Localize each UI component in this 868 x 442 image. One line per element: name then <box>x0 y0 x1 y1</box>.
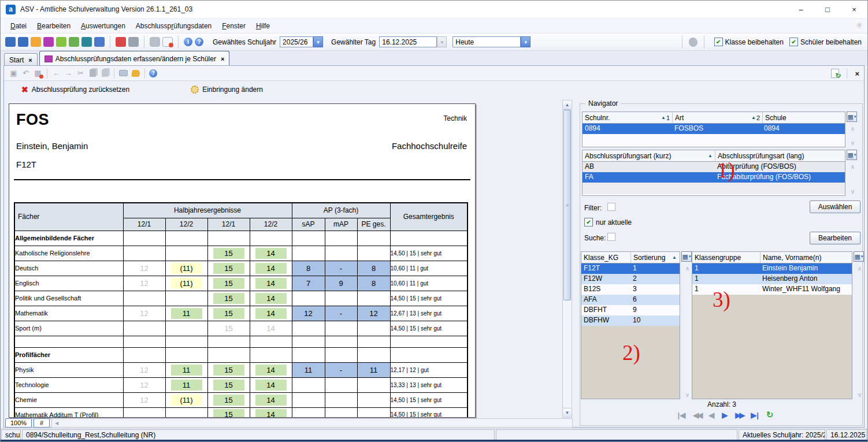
grade-cell[interactable]: 12 <box>123 362 165 377</box>
list-icon[interactable] <box>69 37 79 47</box>
reset-exam-button[interactable]: ✖ Abschlussprüfung zurücksetzen <box>17 83 134 96</box>
table-row[interactable]: B12S3 <box>581 284 680 295</box>
grade-cell[interactable]: 12 <box>357 306 390 321</box>
notify-icon[interactable] <box>131 68 140 78</box>
grade-cell[interactable]: 15 <box>207 246 250 261</box>
day-preset-select[interactable]: Heute <box>452 36 521 47</box>
scroll-down-icon[interactable]: ∨ <box>851 188 855 195</box>
close-button[interactable]: × <box>841 1 867 18</box>
grade-cell[interactable]: 11 <box>165 377 207 392</box>
help-icon[interactable]: ? <box>149 69 157 77</box>
refresh-icon[interactable]: ↻ <box>766 410 774 420</box>
table-row[interactable]: F12T1 <box>581 263 680 274</box>
grade-cell[interactable]: 14 <box>250 407 292 418</box>
table-row[interactable]: FAFachabiturprüfung (FOS/BOS) <box>583 172 845 183</box>
grade-cell[interactable]: 7 <box>292 276 325 291</box>
table-row[interactable]: ABAbiturprüfung (FOS/BOS) <box>583 162 845 172</box>
scroll-down-icon[interactable]: ∨ <box>858 392 862 398</box>
fast-next-icon[interactable]: ▶▶ <box>735 411 743 419</box>
grade-cell[interactable]: 11 <box>357 362 390 377</box>
grade-cell[interactable]: 11 <box>165 306 207 321</box>
table-row[interactable]: 1Heisenberg Anton <box>692 274 852 284</box>
table-row[interactable]: 0894FOSBOS0894 <box>583 124 845 134</box>
grade-cell[interactable]: 14 <box>250 321 292 336</box>
grade-cell[interactable]: 15 <box>207 276 250 291</box>
column-header[interactable]: Name, Vorname(n) <box>761 252 851 263</box>
grade-cell[interactable]: 8 <box>292 261 325 276</box>
zoom-level-button[interactable]: 100% <box>5 418 32 428</box>
menu-item-fenster[interactable]: Fenster <box>217 20 251 32</box>
grade-cell[interactable]: 12 <box>123 392 165 407</box>
change-contribution-button[interactable]: Einbringung ändern <box>186 84 268 95</box>
menu-item-datei[interactable]: Datei <box>5 20 32 32</box>
print-book-icon[interactable] <box>128 37 139 47</box>
grade-cell[interactable]: 14 <box>250 291 292 306</box>
grade-cell[interactable]: 12 <box>123 276 165 291</box>
menu-item-abschlussprüfungsdaten[interactable]: Abschlussprüfungsdaten <box>131 20 217 32</box>
close-view-icon[interactable]: × <box>855 69 859 78</box>
column-header[interactable]: Schule <box>763 112 843 123</box>
table-row[interactable]: 1Einstein Benjamin <box>692 263 852 274</box>
grade-cell[interactable]: - <box>325 261 357 276</box>
keep-student-checkbox[interactable]: ✔ Schüler beibehalten <box>789 38 862 46</box>
column-header[interactable]: Klassengruppe <box>692 252 761 263</box>
grade-cell[interactable]: 14 <box>250 377 292 392</box>
chevron-down-icon[interactable]: ▾ <box>521 36 531 47</box>
grade-cell[interactable]: (11) <box>165 276 207 291</box>
school-data-icon[interactable] <box>18 37 28 47</box>
close-table-icon[interactable]: ▦ <box>33 68 43 78</box>
board-icon[interactable] <box>56 37 66 47</box>
next-record-icon[interactable]: ▶ <box>722 411 728 419</box>
table-settings-button[interactable]: ▦▾ <box>681 251 692 262</box>
grade-cell[interactable]: (11) <box>165 392 207 407</box>
column-header[interactable]: Abschlussprüfungsart (kurz)▲ <box>583 150 715 161</box>
minimize-button[interactable]: – <box>788 1 814 18</box>
grade-cell[interactable]: 15 <box>207 392 250 407</box>
grade-cell[interactable]: 12 <box>292 306 325 321</box>
help-icon[interactable]: ? <box>195 38 203 46</box>
staff-icon[interactable] <box>31 37 41 47</box>
table-row[interactable]: DBFHT9 <box>581 305 680 315</box>
only-current-checkbox[interactable]: ✔ nur aktuelle <box>584 218 632 226</box>
print-icon[interactable] <box>118 68 128 78</box>
maximize-button[interactable]: □ <box>814 1 841 18</box>
grade-cell[interactable]: 15 <box>207 261 250 276</box>
menu-item-auswertungen[interactable]: Auswertungen <box>76 20 131 32</box>
graduation-icon[interactable] <box>81 37 92 47</box>
scroll-up-icon[interactable]: ▲ <box>563 101 572 110</box>
grade-cell[interactable]: - <box>325 306 357 321</box>
grade-cell[interactable]: 8 <box>357 276 390 291</box>
red-book-icon[interactable] <box>116 37 126 47</box>
column-header[interactable]: Klasse_KG <box>581 252 631 263</box>
grade-cell[interactable]: 14 <box>250 261 292 276</box>
select-button[interactable]: Auswählen <box>810 200 860 213</box>
grade-cell[interactable]: (11) <box>165 261 207 276</box>
grade-cell[interactable]: 15 <box>207 377 250 392</box>
scroll-down-icon[interactable]: ∨ <box>685 392 689 398</box>
scroll-up-icon[interactable]: ∧ <box>851 125 855 132</box>
vertical-scrollbar[interactable]: ▲ ≡ ▼ <box>562 100 572 418</box>
edit-button[interactable]: Bearbeiten <box>810 232 860 244</box>
scroll-down-icon[interactable]: ▼ <box>563 408 572 417</box>
reload-view-icon[interactable]: ↻ <box>831 69 839 78</box>
grade-cell[interactable]: 12 <box>123 306 165 321</box>
table-row[interactable]: AFA6 <box>581 295 680 305</box>
register-icon[interactable] <box>94 37 105 47</box>
school-year-select[interactable]: 2025/26 <box>280 36 313 47</box>
grade-cell[interactable]: 15 <box>207 321 250 336</box>
grade-cell[interactable]: 12 <box>123 377 165 392</box>
day-input[interactable]: 16.12.2025 <box>379 36 437 47</box>
scroll-up-icon[interactable]: ∧ <box>685 265 689 272</box>
tab-exam-data[interactable]: Abschlussprüfungsdaten erfassen/ändern j… <box>39 51 230 66</box>
horizontal-scrollbar[interactable]: ◀ <box>51 418 573 428</box>
scrollbar-thumb[interactable]: ≡ <box>563 110 571 300</box>
search-input[interactable] <box>607 233 615 241</box>
table-settings-button[interactable]: ▦▾ <box>847 112 857 122</box>
grade-cell[interactable]: 15 <box>207 291 250 306</box>
table-row[interactable]: DBFHW10 <box>581 315 680 326</box>
column-header[interactable]: Art▲2 <box>673 112 763 123</box>
grid-toggle-button[interactable]: # <box>34 418 50 428</box>
check-icon[interactable]: ✔ <box>714 38 723 46</box>
grade-cell[interactable]: 15 <box>207 362 250 377</box>
filter-input[interactable] <box>607 203 615 211</box>
